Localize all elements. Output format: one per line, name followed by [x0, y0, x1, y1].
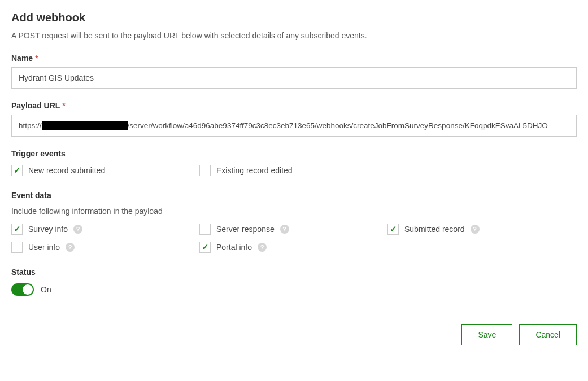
help-icon[interactable]: ? [66, 243, 75, 252]
status-value-label: On [41, 285, 51, 294]
survey-info-label: Survey info [28, 225, 68, 234]
portal-info-label: Portal info [216, 243, 252, 252]
toggle-knob [23, 284, 33, 295]
submitted-record-checkbox[interactable] [387, 224, 399, 235]
name-input[interactable] [11, 67, 577, 89]
user-info-checkbox[interactable] [11, 242, 23, 253]
footer-actions: Save Cancel [11, 324, 577, 345]
status-label: Status [11, 268, 577, 277]
page-subtitle: A POST request will be sent to the paylo… [11, 31, 577, 40]
survey-info-checkbox[interactable] [11, 224, 23, 235]
help-icon[interactable]: ? [73, 225, 82, 234]
page-title: Add webhook [11, 11, 577, 24]
payload-url-input[interactable]: https:///server/workflow/a46d96abe9374ff… [11, 115, 577, 137]
existing-record-checkbox[interactable] [199, 165, 211, 176]
save-button[interactable]: Save [461, 324, 512, 345]
help-icon[interactable]: ? [258, 243, 267, 252]
submitted-record-label: Submitted record [404, 225, 465, 234]
new-record-label: New record submitted [28, 166, 105, 175]
payload-url-suffix: /server/workflow/a46d96abe9374ff79c3c8ec… [128, 121, 548, 130]
server-response-label: Server response [216, 225, 275, 234]
cancel-button[interactable]: Cancel [519, 324, 577, 345]
required-asterisk-icon: * [35, 54, 38, 63]
server-response-checkbox[interactable] [199, 224, 211, 235]
redacted-block [42, 121, 128, 130]
required-asterisk-icon: * [62, 101, 65, 110]
existing-record-label: Existing record edited [216, 166, 293, 175]
name-label-row: Name * [11, 54, 577, 63]
name-label: Name [11, 54, 33, 63]
user-info-label: User info [28, 243, 60, 252]
payload-url-prefix: https:// [19, 121, 42, 130]
portal-info-checkbox[interactable] [199, 242, 211, 253]
help-icon[interactable]: ? [280, 225, 289, 234]
event-data-label: Event data [11, 191, 577, 200]
help-icon[interactable]: ? [471, 225, 480, 234]
status-toggle[interactable] [11, 283, 34, 296]
payload-url-label: Payload URL [11, 101, 60, 110]
new-record-checkbox[interactable] [11, 165, 23, 176]
event-data-sublabel: Include following information in the pay… [11, 207, 577, 216]
payload-label-row: Payload URL * [11, 101, 577, 110]
trigger-events-label: Trigger events [11, 149, 577, 158]
